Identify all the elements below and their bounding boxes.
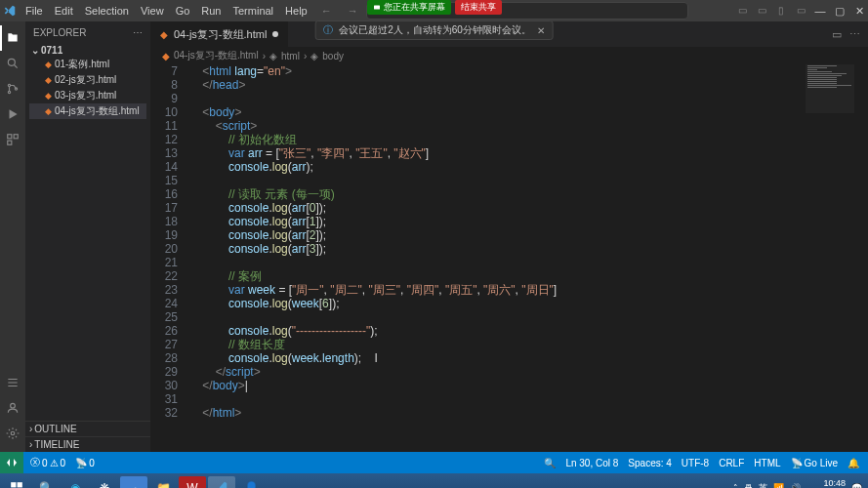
menu-go[interactable]: Go (170, 5, 196, 17)
error-icon: ⓧ (30, 456, 40, 469)
tray-notifications-icon[interactable]: 💬 (851, 483, 862, 488)
html-file-icon: ◆ (45, 91, 52, 101)
timeline-section[interactable]: ›TIMELINE (25, 436, 150, 452)
tray-printer-icon[interactable]: 🖶 (744, 483, 753, 488)
minimap[interactable] (806, 64, 854, 113)
debug-icon[interactable] (0, 102, 25, 127)
html-file-icon: ◆ (45, 60, 52, 69)
svg-rect-6 (14, 135, 18, 139)
indent-icon[interactable] (0, 370, 25, 395)
tray-volume-icon[interactable]: 🔊 (790, 483, 801, 488)
svg-rect-5 (8, 135, 12, 139)
chevron-right-icon: › (304, 51, 307, 61)
taskbar-app-meeting-icon[interactable]: ☁ (120, 476, 147, 488)
menu-view[interactable]: View (135, 5, 170, 17)
screen-share-bar: 您正在共享屏幕 结束共享 (367, 0, 502, 15)
status-find[interactable]: 🔍 (539, 458, 560, 468)
chevron-right-icon: › (29, 439, 32, 450)
html-file-icon: ◆ (162, 51, 170, 61)
status-golive[interactable]: 📡Go Live (786, 458, 843, 468)
sharing-indicator[interactable]: 您正在共享屏幕 (367, 0, 451, 15)
tray-clock[interactable]: 10:48 2024/7/11 (806, 478, 846, 488)
split-editor-icon[interactable]: ▭ (832, 28, 842, 41)
remote-indicator[interactable] (0, 452, 23, 473)
crumb-file: 04-js复习-数组.html (174, 49, 259, 62)
code-content[interactable]: <html lang="en"> </head> <body> <script>… (189, 64, 868, 452)
breadcrumb[interactable]: ◆ 04-js复习-数组.html › ◈ html › ◈ body (150, 47, 868, 64)
info-icon: ⓘ (323, 23, 333, 37)
taskbar-wps-icon[interactable]: W (179, 476, 206, 488)
explorer-title: EXPLORER (33, 27, 86, 38)
status-encoding[interactable]: UTF-8 (677, 458, 714, 468)
explorer-header: EXPLORER ⋯ (25, 21, 150, 43)
file-item-03[interactable]: ◆03-js复习.html (29, 88, 146, 103)
layout-toggle-2-icon[interactable]: ▭ (753, 5, 770, 18)
taskbar-file-explorer-icon[interactable]: 📁 (149, 476, 177, 488)
broadcast-icon: 📡 (791, 458, 803, 468)
account-icon[interactable] (0, 395, 25, 421)
svg-point-3 (8, 91, 10, 93)
file-label: 02-js复习.html (55, 73, 116, 87)
taskbar-search-icon[interactable]: 🔍 (32, 476, 60, 488)
taskbar-vscode-icon[interactable] (208, 476, 235, 488)
status-port[interactable]: 📡0 (70, 452, 100, 473)
window-minimize-icon[interactable]: — (811, 5, 829, 18)
file-label: 04-js复习-数组.html (55, 104, 140, 118)
svg-rect-11 (18, 482, 22, 487)
layout-toggle-1-icon[interactable]: ▭ (733, 5, 751, 18)
status-language[interactable]: HTML (749, 458, 785, 468)
file-item-04[interactable]: ◆04-js复习-数组.html (29, 103, 146, 119)
warning-icon: ⚠ (50, 458, 59, 468)
nav-forward-icon[interactable]: → (340, 5, 366, 17)
status-spaces[interactable]: Spaces: 4 (623, 458, 676, 468)
tray-ime[interactable]: 英 (759, 482, 767, 489)
menu-help[interactable]: Help (279, 5, 313, 17)
code-editor[interactable]: 7891011121314151617181920212223242526272… (150, 64, 868, 452)
menu-file[interactable]: File (20, 5, 49, 17)
tray-wifi-icon[interactable]: 📶 (773, 483, 784, 488)
source-control-icon[interactable] (0, 76, 25, 102)
search-icon[interactable] (0, 51, 25, 76)
layout-toggle-4-icon[interactable]: ▭ (792, 5, 809, 18)
tab-active[interactable]: ◆ 04-js复习-数组.html (150, 21, 289, 47)
menu-selection[interactable]: Selection (79, 5, 135, 17)
status-notifications-icon[interactable]: 🔔 (843, 458, 864, 468)
explorer-more-icon[interactable]: ⋯ (133, 27, 143, 38)
taskbar-app-avatar-icon[interactable]: 👤 (237, 476, 265, 488)
tray-time: 10:48 (806, 478, 846, 488)
status-problems[interactable]: ⓧ0⚠0 (25, 452, 70, 473)
status-ln-col[interactable]: Ln 30, Col 8 (560, 458, 623, 468)
menu-terminal[interactable]: Terminal (227, 5, 280, 17)
dirty-indicator-icon (272, 31, 278, 37)
search-icon: 🔍 (544, 458, 556, 468)
notification-close-icon[interactable]: ✕ (537, 25, 545, 36)
sharing-label: 您正在共享屏幕 (384, 1, 445, 14)
menu-run[interactable]: Run (195, 5, 227, 17)
layout-toggle-3-icon[interactable]: ▯ (772, 5, 790, 18)
taskbar-edge-icon[interactable]: ◉ (62, 476, 89, 488)
tab-more-icon[interactable]: ⋯ (849, 28, 860, 41)
status-eol[interactable]: CRLF (714, 458, 749, 468)
gear-icon[interactable] (0, 421, 25, 446)
editor-area: ◆ 04-js复习-数组.html ▭ ⋯ ◆ 04-js复习-数组.html … (150, 21, 868, 452)
windows-taskbar: 🔍 ◉ ❋ ☁ 📁 W 👤 ˄ 🖶 英 📶 🔊 10:48 2024/7/11 … (0, 473, 868, 488)
start-button[interactable] (3, 476, 30, 488)
window-close-icon[interactable]: ✕ (850, 5, 868, 18)
chevron-right-icon: › (29, 424, 32, 434)
window-maximize-icon[interactable]: ▢ (831, 5, 848, 18)
end-share-button[interactable]: 结束共享 (455, 0, 502, 15)
explorer-icon[interactable] (0, 25, 25, 51)
file-item-01[interactable]: ◆01-案例.html (29, 57, 146, 72)
outline-section[interactable]: ›OUTLINE (25, 421, 150, 436)
svg-point-1 (8, 59, 15, 65)
nav-back-icon[interactable]: ← (313, 5, 340, 17)
file-item-02[interactable]: ◆02-js复习.html (29, 72, 146, 88)
svg-rect-7 (8, 141, 12, 144)
broadcast-icon: 📡 (75, 458, 87, 468)
extensions-icon[interactable] (0, 127, 25, 152)
folder-header[interactable]: ⌄ 0711 (29, 44, 146, 57)
tray-chevron-icon[interactable]: ˄ (733, 483, 738, 488)
taskbar-app-gear-icon[interactable]: ❋ (91, 476, 118, 488)
menu-edit[interactable]: Edit (49, 5, 79, 17)
tag-icon: ◈ (310, 51, 318, 61)
